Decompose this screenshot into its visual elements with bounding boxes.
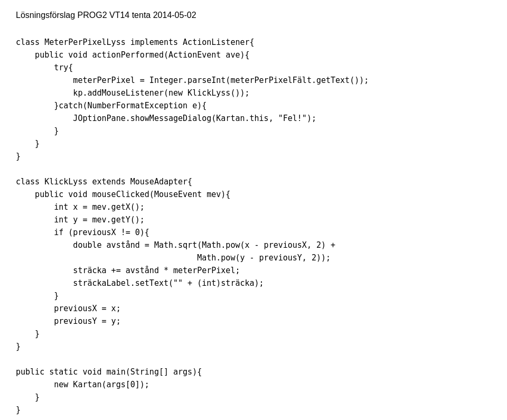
- code-block: class MeterPerPixelLyss implements Actio…: [16, 36, 491, 416]
- page-title: Lösningsförslag PROG2 VT14 tenta 2014-05…: [16, 11, 491, 20]
